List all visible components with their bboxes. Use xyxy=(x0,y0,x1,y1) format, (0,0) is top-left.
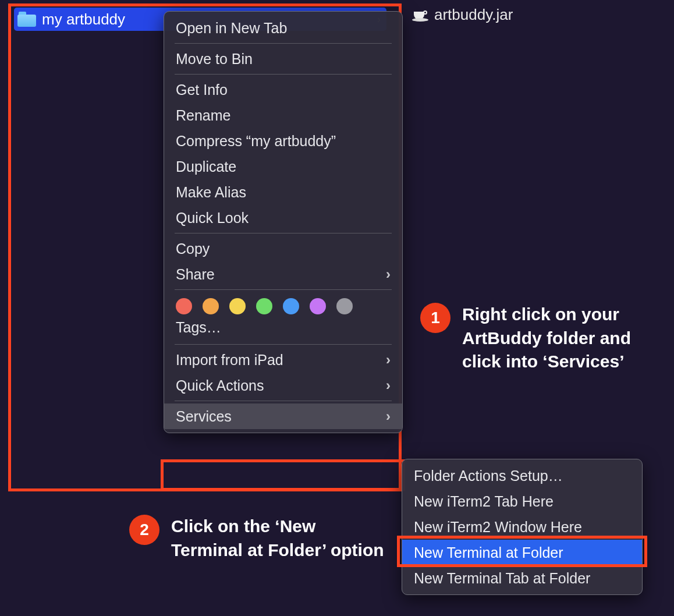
file-name-label: artbuddy.jar xyxy=(434,6,513,24)
menu-item-services[interactable]: Services› xyxy=(164,403,402,429)
submenu-item-folder-actions[interactable]: Folder Actions Setup… xyxy=(402,463,642,488)
menu-item-copy[interactable]: Copy xyxy=(164,236,402,261)
tag-dot-red[interactable] xyxy=(176,298,192,314)
context-menu: Open in New Tab Move to Bin Get Info Ren… xyxy=(164,11,403,433)
menu-separator xyxy=(175,74,392,75)
tag-dot-blue[interactable] xyxy=(283,298,299,314)
annotation-callout-1: 1 Right click on your ArtBuddy folder an… xyxy=(420,303,665,374)
chevron-right-icon: › xyxy=(386,377,391,394)
submenu-item-new-terminal-tab[interactable]: New Terminal Tab at Folder xyxy=(402,565,642,591)
folder-icon xyxy=(17,12,36,27)
chevron-right-icon: › xyxy=(386,408,391,424)
menu-item-compress[interactable]: Compress “my artbuddy” xyxy=(164,128,402,154)
tag-dot-yellow[interactable] xyxy=(229,298,246,314)
tag-dot-orange[interactable] xyxy=(203,298,219,314)
menu-separator xyxy=(175,233,392,233)
menu-item-import-ipad[interactable]: Import from iPad› xyxy=(164,347,402,373)
tags-color-row xyxy=(164,292,402,317)
submenu-item-new-terminal-folder[interactable]: New Terminal at Folder xyxy=(402,540,642,565)
menu-item-tags[interactable]: Tags… xyxy=(164,317,402,342)
annotation-badge-1: 1 xyxy=(420,303,450,333)
chevron-right-icon: › xyxy=(386,266,391,282)
menu-item-quick-actions[interactable]: Quick Actions› xyxy=(164,373,402,398)
menu-item-quick-look[interactable]: Quick Look xyxy=(164,205,402,231)
submenu-item-iterm-window[interactable]: New iTerm2 Window Here xyxy=(402,514,642,540)
submenu-item-iterm-tab[interactable]: New iTerm2 Tab Here xyxy=(402,488,642,514)
menu-separator xyxy=(175,344,392,345)
tag-dot-purple[interactable] xyxy=(310,298,326,314)
menu-item-rename[interactable]: Rename xyxy=(164,102,402,128)
tag-dot-gray[interactable] xyxy=(336,298,353,314)
chevron-right-icon: › xyxy=(386,352,391,368)
menu-separator xyxy=(175,401,392,401)
menu-separator xyxy=(175,43,392,44)
menu-item-open-new-tab[interactable]: Open in New Tab xyxy=(164,15,402,41)
menu-separator xyxy=(175,289,392,290)
tag-dot-green[interactable] xyxy=(256,298,272,314)
menu-item-move-to-bin[interactable]: Move to Bin xyxy=(164,46,402,72)
annotation-text-1: Right click on your ArtBuddy folder and … xyxy=(462,303,665,374)
annotation-badge-2: 2 xyxy=(129,515,159,545)
annotation-text-2: Click on the ‘New Terminal at Folder’ op… xyxy=(171,515,385,562)
annotation-callout-2: 2 Click on the ‘New Terminal at Folder’ … xyxy=(129,515,385,562)
file-row-jar[interactable]: artbuddy.jar xyxy=(412,6,513,24)
menu-item-share[interactable]: Share› xyxy=(164,261,402,287)
menu-item-get-info[interactable]: Get Info xyxy=(164,77,402,102)
services-submenu: Folder Actions Setup… New iTerm2 Tab Her… xyxy=(402,459,643,595)
java-jar-icon xyxy=(412,9,428,22)
menu-item-make-alias[interactable]: Make Alias xyxy=(164,179,402,205)
folder-name-label: my artbuddy xyxy=(42,10,125,29)
menu-item-duplicate[interactable]: Duplicate xyxy=(164,154,402,179)
